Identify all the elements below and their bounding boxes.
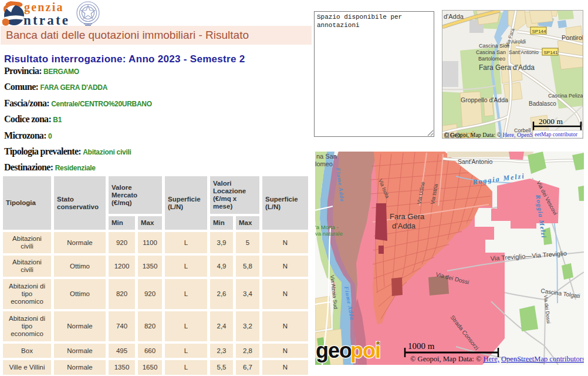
- svg-text:Cascina Peliza: Cascina Peliza: [548, 93, 583, 99]
- svg-text:2000 m: 2000 m: [539, 117, 563, 126]
- svg-text:®: ®: [376, 341, 380, 347]
- svg-text:eetMap contributor: eetMap contributor: [535, 132, 578, 137]
- svg-text:d'Adda: d'Adda: [444, 13, 464, 20]
- svg-text:Sant'Antonio: Sant'Antonio: [458, 158, 492, 165]
- svg-text:Sant'Antonio: Sant'Antonio: [509, 49, 539, 55]
- svg-text:d'Adda: d'Adda: [392, 221, 416, 230]
- svg-text:Fara Gera: Fara Gera: [390, 212, 425, 221]
- svg-text:© Geopoi, Map Data: © Here, Op: © Geopoi, Map Data: © Here, OpenS: [444, 132, 533, 138]
- svg-text:va naturale: va naturale: [315, 230, 343, 237]
- svg-text:na San: na San: [316, 153, 337, 160]
- svg-text:Airoldi: Airoldi: [511, 39, 526, 45]
- svg-text:lomeo: lomeo: [315, 160, 333, 167]
- svg-text:geo: geo: [316, 338, 352, 362]
- svg-text:Badalasco: Badalasco: [529, 100, 556, 107]
- svg-text:SP141: SP141: [544, 50, 559, 55]
- svg-text:Cascina San: Cascina San: [476, 49, 506, 55]
- svg-text:© Geopoi, Map Data: © Here, Op: © Geopoi, Map Data: © Here, OpenStreetMa…: [410, 355, 584, 363]
- svg-text:Fara Gera d'Adda: Fara Gera d'Adda: [479, 63, 535, 72]
- svg-text:Bartolomeo: Bartolomeo: [478, 56, 505, 62]
- svg-text:ntrate: ntrate: [23, 13, 70, 28]
- svg-text:1000 m: 1000 m: [408, 341, 435, 351]
- svg-text:Pontirolo: Pontirolo: [562, 34, 583, 41]
- svg-text:SP144: SP144: [532, 29, 547, 34]
- svg-text:Groppello d'Adda: Groppello d'Adda: [461, 96, 508, 103]
- svg-text:'a Morta -: 'a Morta -: [315, 224, 339, 230]
